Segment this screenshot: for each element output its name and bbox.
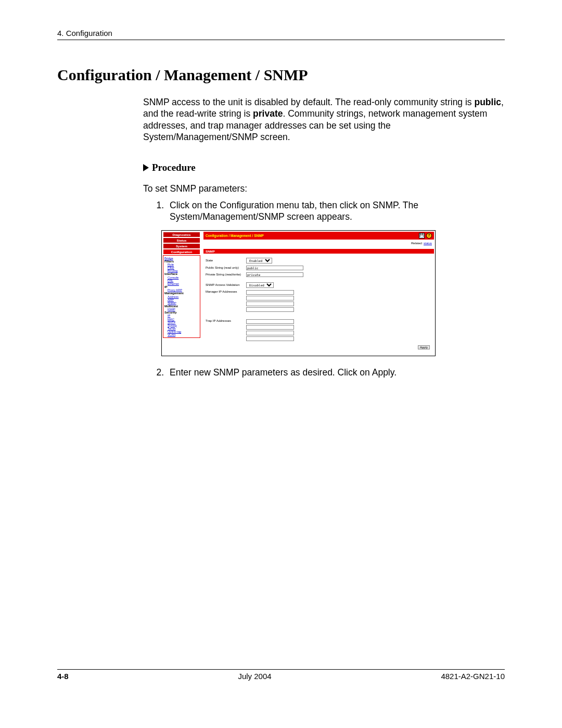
- tab-status[interactable]: Status: [163, 237, 200, 243]
- related-row: Related: status: [203, 240, 434, 249]
- trap-ip-1[interactable]: [246, 319, 294, 324]
- help-icon[interactable]: ?: [426, 233, 432, 239]
- footer-doc-id: 4821-A2-GN21-10: [441, 672, 505, 681]
- save-icon[interactable]: 💾: [419, 233, 425, 239]
- nav-list: Bridge Filters Rule Filter Binding Inter…: [163, 255, 200, 338]
- related-link[interactable]: status: [424, 242, 432, 245]
- triangle-icon: [143, 164, 149, 171]
- state-select[interactable]: Enabled: [246, 258, 272, 263]
- manager-ip-1[interactable]: [246, 290, 294, 295]
- breadcrumb-bar: Configuration / Management / SNMP 💾 ?: [203, 232, 434, 240]
- page-footer: 4-8 July 2004 4821-A2-GN21-10: [57, 669, 505, 681]
- page-number: 4-8: [57, 672, 69, 681]
- trap-ip-2[interactable]: [246, 325, 294, 330]
- managers-label: Manager IP Addresses: [206, 290, 244, 293]
- access-label: SNMP Access Validation: [206, 283, 244, 286]
- manager-ip-3[interactable]: [246, 302, 294, 306]
- state-label: State: [206, 259, 244, 262]
- tab-configuration[interactable]: Configuration: [163, 249, 200, 255]
- trap-ip-3[interactable]: [246, 331, 294, 335]
- main-panel: Configuration / Management / SNMP 💾 ? Re…: [201, 231, 435, 356]
- breadcrumb-text: Configuration / Management / SNMP: [206, 234, 264, 237]
- access-select[interactable]: Disabled: [246, 282, 274, 288]
- traps-label: Trap IP Addresses: [206, 319, 244, 322]
- tab-diagnostics[interactable]: Diagnostics: [163, 232, 200, 237]
- procedure-label: Procedure: [152, 162, 196, 173]
- embedded-screenshot: Diagnostics Status System Configuration …: [161, 230, 436, 356]
- public-input[interactable]: [246, 266, 303, 270]
- nav-sidebar: Diagnostics Status System Configuration …: [162, 231, 201, 356]
- related-label: Related:: [411, 242, 423, 245]
- intro-bold-private: private: [253, 108, 283, 119]
- procedure-heading: Procedure: [143, 162, 505, 173]
- intro-paragraph: SNMP access to the unit is disabled by d…: [143, 96, 505, 143]
- step-1: Click on the Configuration menu tab, the…: [167, 199, 505, 223]
- procedure-steps: Click on the Configuration menu tab, the…: [143, 199, 505, 223]
- nav-sec-vlan[interactable]: VLAN: [168, 333, 199, 336]
- step-2: Enter new SNMP parameters as desired. Cl…: [167, 367, 505, 378]
- apply-button[interactable]: Apply: [418, 345, 430, 349]
- intro-text-1: SNMP access to the unit is disabled by d…: [143, 97, 474, 107]
- footer-date: July 2004: [238, 672, 271, 681]
- manager-ip-2[interactable]: [246, 296, 294, 300]
- page-title: Configuration / Management / SNMP: [57, 66, 505, 84]
- private-input[interactable]: [246, 272, 303, 277]
- panel-title: SNMP: [203, 249, 434, 254]
- tab-system[interactable]: System: [163, 243, 200, 249]
- intro-bold-public: public: [474, 97, 501, 107]
- procedure-steps-2: Enter new SNMP parameters as desired. Cl…: [143, 367, 505, 378]
- public-label: Public String (read only): [206, 266, 244, 269]
- procedure-intro: To set SNMP parameters:: [143, 183, 505, 194]
- private-label: Private String (read/write): [206, 273, 244, 276]
- running-header: 4. Configuration: [57, 29, 505, 40]
- manager-ip-4[interactable]: [246, 307, 294, 312]
- trap-ip-4[interactable]: [246, 336, 294, 341]
